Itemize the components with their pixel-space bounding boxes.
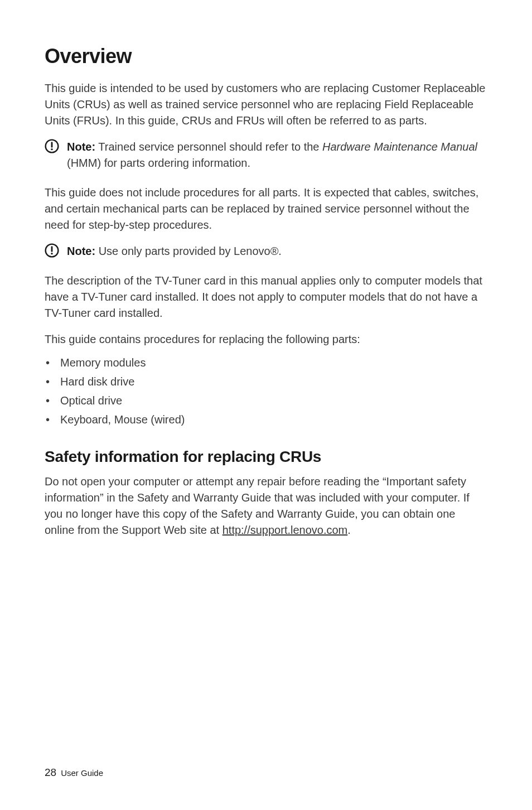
page-heading: Overview	[45, 45, 487, 68]
list-item: Optical drive	[45, 391, 487, 410]
svg-point-5	[51, 253, 52, 254]
note-label: Note:	[67, 245, 95, 257]
page-footer: 28User Guide	[45, 766, 103, 779]
alert-icon	[45, 243, 59, 258]
svg-point-2	[51, 148, 52, 150]
alert-icon	[45, 139, 59, 153]
list-item: Keyboard, Mouse (wired)	[45, 410, 487, 429]
parts-list: Memory modules Hard disk drive Optical d…	[45, 353, 487, 429]
doc-title: User Guide	[61, 768, 103, 778]
note-1-italic: Hardware Maintenance Manual	[322, 141, 477, 153]
paragraph-4: This guide contains procedures for repla…	[45, 331, 487, 348]
note-label: Note:	[67, 141, 95, 153]
sub-heading: Safety information for replacing CRUs	[45, 448, 487, 466]
note-1-pre: Trained service personnel should refer t…	[95, 141, 322, 153]
note-block-1: Note: Trained service personnel should r…	[45, 139, 487, 171]
safety-post: .	[347, 524, 351, 536]
note-text-1: Note: Trained service personnel should r…	[67, 139, 487, 171]
note-text-2: Note: Use only parts provided by Lenovo®…	[67, 243, 282, 259]
intro-paragraph: This guide is intended to be used by cus…	[45, 80, 487, 129]
note-2-text: Use only parts provided by Lenovo®.	[95, 245, 282, 257]
paragraph-2: This guide does not include procedures f…	[45, 185, 487, 233]
support-link[interactable]: http://support.lenovo.com	[223, 524, 348, 536]
paragraph-3: The description of the TV-Tuner card in …	[45, 273, 487, 321]
note-block-2: Note: Use only parts provided by Lenovo®…	[45, 243, 487, 259]
list-item: Memory modules	[45, 353, 487, 372]
note-1-post: (HMM) for parts ordering information.	[67, 157, 250, 169]
safety-paragraph: Do not open your computer or attempt any…	[45, 474, 487, 538]
page-number: 28	[45, 766, 56, 778]
list-item: Hard disk drive	[45, 372, 487, 391]
